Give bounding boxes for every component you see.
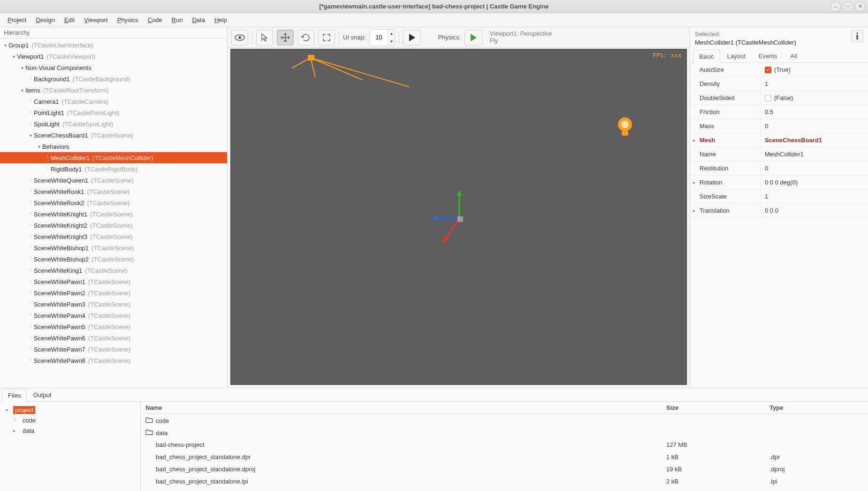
tree-toggle-icon[interactable]: ▾ [10,54,17,59]
tree-node-viewport1[interactable]: ▾Viewport1(TCastleViewport) [0,51,227,62]
tree-node-scenewhitepawn6[interactable]: └SceneWhitePawn6(TCastleScene) [0,332,227,344]
folder-node-project[interactable]: ▾project [4,405,137,415]
physics-play-button[interactable] [464,30,482,46]
tree-node-scenechessboard1[interactable]: ▾SceneChessBoard1(TCastleScene) [0,130,227,141]
prop-mesh[interactable]: ▸MeshSceneChessBoard1 [690,133,868,147]
ui-snap-input[interactable] [370,30,388,46]
prop-translation[interactable]: ▸Translation0 0 0 [690,204,868,218]
hierarchy-tree[interactable]: ▾Group1(TCastleUserInterface)▾Viewport1(… [0,38,227,388]
rotate-tool-button[interactable] [297,30,314,46]
file-row-bad-chess-project-standalone-lpi[interactable]: bad_chess_project_standalone.lpi2 kB.lpi [141,475,868,487]
ui-snap-up[interactable]: ▲ [388,30,395,38]
prop-density[interactable]: Density1 [690,77,868,91]
prop-sizescale[interactable]: SizeScale1 [690,190,868,204]
tree-node-scenewhitepawn4[interactable]: └SceneWhitePawn4(TCastleScene) [0,310,227,321]
ui-snap-field[interactable]: ▲▼ [369,29,395,46]
menu-design[interactable]: Design [31,13,59,27]
file-header-name[interactable]: Name [141,404,662,411]
menu-run[interactable]: Run [167,13,188,27]
tree-toggle-icon[interactable]: ▾ [2,43,8,48]
scale-tool-button[interactable] [318,30,335,46]
folder-node-data[interactable]: ▸data [4,425,137,436]
tree-node-scenewhiteknight2[interactable]: └SceneWhiteKnight2(TCastleScene) [0,220,227,231]
close-button[interactable]: ✕ [855,1,865,12]
file-row-code[interactable]: code [141,414,868,426]
tree-node-meshcollider1[interactable]: └MeshCollider1(TCastleMeshCollider) [0,152,227,163]
tree-node-group1[interactable]: ▾Group1(TCastleUserInterface) [0,39,227,51]
tree-node-scenewhitepawn7[interactable]: └SceneWhitePawn7(TCastleScene) [0,344,227,355]
tree-leaf-icon: └ [27,336,34,341]
prop-rotation[interactable]: ▸Rotation0 0 0 deg(0) [690,176,868,190]
inspector-tab-events[interactable]: Events [753,49,784,62]
tree-toggle-icon[interactable]: ▾ [36,144,42,149]
tree-node-spotlight[interactable]: └SpotLight(TCastleSpotLight) [0,118,227,130]
prop-friction[interactable]: Friction0.5 [690,105,868,119]
info-button[interactable]: i [851,30,863,42]
folder-node-code[interactable]: └code [4,415,137,425]
visibility-toggle-button[interactable] [231,30,248,46]
tree-node-scenewhitepawn2[interactable]: └SceneWhitePawn2(TCastleScene) [0,287,227,299]
viewport-3d[interactable]: FPS: xxx [230,49,687,385]
maximize-button[interactable]: □ [843,1,853,12]
menu-project[interactable]: Project [3,13,31,27]
tree-node-background1[interactable]: └Background1(TCastleBackground) [0,73,227,84]
tree-leaf-icon: └ [27,302,34,307]
play-button[interactable] [403,30,421,46]
checkbox-icon[interactable]: ✓ [765,67,771,73]
tree-toggle-icon[interactable]: ▾ [19,88,25,93]
prop-autosize[interactable]: AutoSize✓(True) [690,63,868,77]
checkbox-icon[interactable] [765,95,771,101]
minimize-button[interactable]: – [830,1,841,12]
tree-node-scenewhiteknight1[interactable]: └SceneWhiteKnight1(TCastleScene) [0,208,227,220]
ui-snap-down[interactable]: ▼ [388,38,395,46]
tree-toggle-icon[interactable]: ▾ [19,65,25,70]
menubar: ProjectDesignEditViewportPhysicsCodeRunD… [0,13,868,27]
select-tool-button[interactable] [256,30,273,46]
tree-node-scenewhiterook2[interactable]: └SceneWhiteRook2(TCastleScene) [0,197,227,208]
tree-node-camera1[interactable]: └Camera1(TCastleCamera) [0,96,227,107]
menu-help[interactable]: Help [210,13,232,27]
tree-node-items[interactable]: ▾Items(TCastleRootTransform) [0,84,227,96]
tree-node-rigidbody1[interactable]: └RigidBody1(TCastleRigidBody) [0,163,227,175]
tree-node-scenewhiterook1[interactable]: └SceneWhiteRook1(TCastleScene) [0,186,227,197]
file-header-type[interactable]: Type [765,404,868,411]
tree-node-scenewhitepawn3[interactable]: └SceneWhitePawn3(TCastleScene) [0,299,227,310]
tree-node-behaviors[interactable]: ▾Behaviors [0,141,227,152]
tree-node-pointlight1[interactable]: └PointLight1(TCastlePointLight) [0,107,227,118]
file-row-bad-chess-project[interactable]: bad-chess-project127 MB [141,438,868,451]
inspector-tab-layout[interactable]: Layout [721,49,752,62]
menu-viewport[interactable]: Viewport [79,13,112,27]
tree-node-scenewhitebishop1[interactable]: └SceneWhiteBishop1(TCastleScene) [0,242,227,253]
menu-code[interactable]: Code [143,13,167,27]
tree-toggle-icon[interactable]: ▾ [27,133,34,138]
bottom-tab-files[interactable]: Files [2,389,27,402]
prop-mass[interactable]: Mass0 [690,119,868,133]
play-icon [408,33,416,42]
tree-node-scenewhitepawn5[interactable]: └SceneWhitePawn5(TCastleScene) [0,321,227,332]
menu-data[interactable]: Data [187,13,209,27]
menu-physics[interactable]: Physics [113,13,143,27]
bottom-tab-output[interactable]: Output [27,388,57,401]
move-tool-button[interactable] [277,30,294,46]
tree-node-scenewhitequeen1[interactable]: └SceneWhiteQueen1(TCastleScene) [0,175,227,186]
tree-node-scenewhitepawn8[interactable]: └SceneWhitePawn8(TCastleScene) [0,355,227,366]
folder-tree[interactable]: ▾project└code▸data [0,402,141,491]
inspector-tab-basic[interactable]: Basic [693,50,720,63]
tree-node-scenewhitebishop2[interactable]: └SceneWhiteBishop2(TCastleScene) [0,253,227,265]
file-row-bad-chess-project-standalone-dproj[interactable]: bad_chess_project_standalone.dproj19 kB.… [141,463,868,475]
tree-node-scenewhiteking1[interactable]: └SceneWhiteKing1(TCastleScene) [0,265,227,276]
property-grid[interactable]: AutoSize✓(True)Density1DoubleSided(False… [690,63,868,388]
menu-edit[interactable]: Edit [60,13,79,27]
prop-restitution[interactable]: Restitution0 [690,161,868,176]
tree-node-non-visual components[interactable]: ▾Non-Visual Components [0,62,227,73]
transform-gizmo-icon[interactable] [431,190,487,246]
prop-doublesided[interactable]: DoubleSided(False) [690,91,868,105]
prop-name[interactable]: NameMeshCollider1 [690,147,868,161]
file-row-bad-chess-project-standalone-dpr[interactable]: bad_chess_project_standalone.dpr1 kB.dpr [141,451,868,463]
inspector-tab-all[interactable]: All [784,49,803,62]
file-row-data[interactable]: data [141,426,868,438]
file-header-size[interactable]: Size [662,404,765,411]
tree-node-scenewhitepawn1[interactable]: └SceneWhitePawn1(TCastleScene) [0,276,227,287]
tree-node-scenewhiteknight3[interactable]: └SceneWhiteKnight3(TCastleScene) [0,231,227,242]
file-rows[interactable]: codedatabad-chess-project127 MBbad_chess… [141,414,868,491]
